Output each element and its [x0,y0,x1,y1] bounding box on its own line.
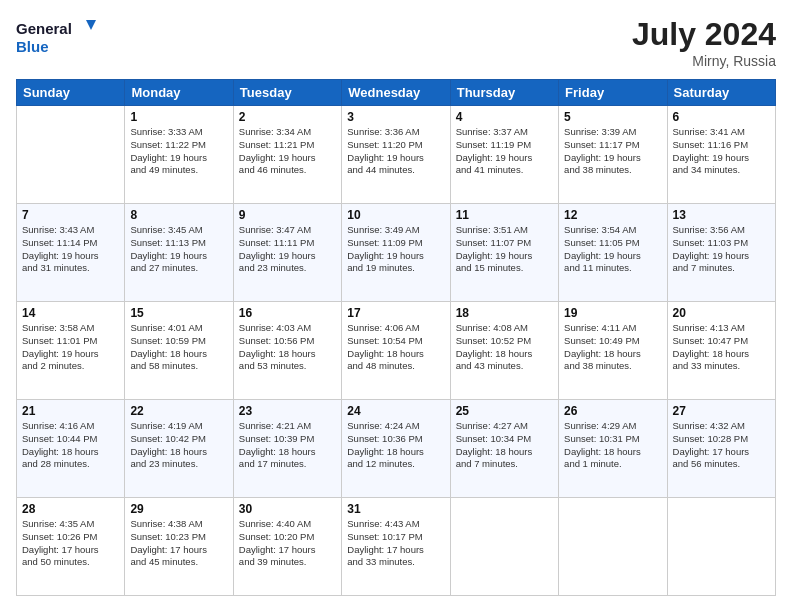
calendar-cell [559,498,667,596]
day-number: 21 [22,404,119,418]
day-info: Sunrise: 4:35 AMSunset: 10:26 PMDaylight… [22,518,119,569]
day-number: 19 [564,306,661,320]
svg-text:General: General [16,20,72,37]
calendar-cell: 7Sunrise: 3:43 AMSunset: 11:14 PMDayligh… [17,204,125,302]
day-info: Sunrise: 4:11 AMSunset: 10:49 PMDaylight… [564,322,661,373]
day-info: Sunrise: 4:16 AMSunset: 10:44 PMDaylight… [22,420,119,471]
day-info: Sunrise: 3:56 AMSunset: 11:03 PMDaylight… [673,224,770,275]
day-info: Sunrise: 4:08 AMSunset: 10:52 PMDaylight… [456,322,553,373]
day-info: Sunrise: 3:33 AMSunset: 11:22 PMDaylight… [130,126,227,177]
logo-svg: General Blue [16,16,96,60]
day-info: Sunrise: 3:34 AMSunset: 11:21 PMDaylight… [239,126,336,177]
day-info: Sunrise: 3:58 AMSunset: 11:01 PMDaylight… [22,322,119,373]
location: Mirny, Russia [632,53,776,69]
week-row-3: 14Sunrise: 3:58 AMSunset: 11:01 PMDaylig… [17,302,776,400]
calendar-cell: 20Sunrise: 4:13 AMSunset: 10:47 PMDaylig… [667,302,775,400]
week-row-4: 21Sunrise: 4:16 AMSunset: 10:44 PMDaylig… [17,400,776,498]
day-number: 9 [239,208,336,222]
col-monday: Monday [125,80,233,106]
day-info: Sunrise: 3:45 AMSunset: 11:13 PMDaylight… [130,224,227,275]
day-info: Sunrise: 4:40 AMSunset: 10:20 PMDaylight… [239,518,336,569]
col-sunday: Sunday [17,80,125,106]
logo: General Blue [16,16,96,60]
day-info: Sunrise: 3:37 AMSunset: 11:19 PMDaylight… [456,126,553,177]
day-number: 3 [347,110,444,124]
col-saturday: Saturday [667,80,775,106]
calendar-cell [17,106,125,204]
day-number: 29 [130,502,227,516]
day-number: 8 [130,208,227,222]
day-number: 5 [564,110,661,124]
day-info: Sunrise: 4:13 AMSunset: 10:47 PMDaylight… [673,322,770,373]
col-tuesday: Tuesday [233,80,341,106]
calendar-cell: 19Sunrise: 4:11 AMSunset: 10:49 PMDaylig… [559,302,667,400]
title-block: July 2024 Mirny, Russia [632,16,776,69]
calendar-cell: 23Sunrise: 4:21 AMSunset: 10:39 PMDaylig… [233,400,341,498]
day-number: 18 [456,306,553,320]
day-info: Sunrise: 4:24 AMSunset: 10:36 PMDaylight… [347,420,444,471]
day-info: Sunrise: 4:21 AMSunset: 10:39 PMDaylight… [239,420,336,471]
day-number: 31 [347,502,444,516]
col-wednesday: Wednesday [342,80,450,106]
calendar-page: General Blue July 2024 Mirny, Russia Sun… [0,0,792,612]
calendar-cell: 30Sunrise: 4:40 AMSunset: 10:20 PMDaylig… [233,498,341,596]
day-number: 14 [22,306,119,320]
month-year: July 2024 [632,16,776,53]
day-number: 20 [673,306,770,320]
calendar-cell: 16Sunrise: 4:03 AMSunset: 10:56 PMDaylig… [233,302,341,400]
day-info: Sunrise: 3:54 AMSunset: 11:05 PMDaylight… [564,224,661,275]
day-info: Sunrise: 4:38 AMSunset: 10:23 PMDaylight… [130,518,227,569]
calendar-cell: 11Sunrise: 3:51 AMSunset: 11:07 PMDaylig… [450,204,558,302]
day-info: Sunrise: 3:36 AMSunset: 11:20 PMDaylight… [347,126,444,177]
calendar-cell [667,498,775,596]
week-row-5: 28Sunrise: 4:35 AMSunset: 10:26 PMDaylig… [17,498,776,596]
calendar-cell: 8Sunrise: 3:45 AMSunset: 11:13 PMDayligh… [125,204,233,302]
day-number: 15 [130,306,227,320]
day-info: Sunrise: 3:41 AMSunset: 11:16 PMDaylight… [673,126,770,177]
calendar-cell: 15Sunrise: 4:01 AMSunset: 10:59 PMDaylig… [125,302,233,400]
day-number: 28 [22,502,119,516]
day-info: Sunrise: 4:27 AMSunset: 10:34 PMDaylight… [456,420,553,471]
calendar-cell: 2Sunrise: 3:34 AMSunset: 11:21 PMDayligh… [233,106,341,204]
svg-marker-2 [86,20,96,30]
day-number: 1 [130,110,227,124]
day-info: Sunrise: 4:29 AMSunset: 10:31 PMDaylight… [564,420,661,471]
day-number: 13 [673,208,770,222]
day-number: 30 [239,502,336,516]
calendar-cell: 13Sunrise: 3:56 AMSunset: 11:03 PMDaylig… [667,204,775,302]
day-info: Sunrise: 3:51 AMSunset: 11:07 PMDaylight… [456,224,553,275]
col-thursday: Thursday [450,80,558,106]
week-row-2: 7Sunrise: 3:43 AMSunset: 11:14 PMDayligh… [17,204,776,302]
day-number: 2 [239,110,336,124]
calendar-cell: 21Sunrise: 4:16 AMSunset: 10:44 PMDaylig… [17,400,125,498]
day-info: Sunrise: 3:43 AMSunset: 11:14 PMDaylight… [22,224,119,275]
day-info: Sunrise: 4:19 AMSunset: 10:42 PMDaylight… [130,420,227,471]
calendar-cell: 29Sunrise: 4:38 AMSunset: 10:23 PMDaylig… [125,498,233,596]
day-number: 27 [673,404,770,418]
day-number: 11 [456,208,553,222]
day-number: 6 [673,110,770,124]
col-friday: Friday [559,80,667,106]
calendar-cell: 24Sunrise: 4:24 AMSunset: 10:36 PMDaylig… [342,400,450,498]
day-number: 22 [130,404,227,418]
calendar-cell: 18Sunrise: 4:08 AMSunset: 10:52 PMDaylig… [450,302,558,400]
calendar-cell: 1Sunrise: 3:33 AMSunset: 11:22 PMDayligh… [125,106,233,204]
calendar-cell: 5Sunrise: 3:39 AMSunset: 11:17 PMDayligh… [559,106,667,204]
day-info: Sunrise: 4:43 AMSunset: 10:17 PMDaylight… [347,518,444,569]
header: General Blue July 2024 Mirny, Russia [16,16,776,69]
day-info: Sunrise: 4:32 AMSunset: 10:28 PMDaylight… [673,420,770,471]
calendar-cell [450,498,558,596]
calendar-cell: 25Sunrise: 4:27 AMSunset: 10:34 PMDaylig… [450,400,558,498]
day-info: Sunrise: 3:47 AMSunset: 11:11 PMDaylight… [239,224,336,275]
calendar-cell: 6Sunrise: 3:41 AMSunset: 11:16 PMDayligh… [667,106,775,204]
calendar-cell: 27Sunrise: 4:32 AMSunset: 10:28 PMDaylig… [667,400,775,498]
svg-text:Blue: Blue [16,38,49,55]
calendar-cell: 26Sunrise: 4:29 AMSunset: 10:31 PMDaylig… [559,400,667,498]
calendar-cell: 28Sunrise: 4:35 AMSunset: 10:26 PMDaylig… [17,498,125,596]
calendar-cell: 12Sunrise: 3:54 AMSunset: 11:05 PMDaylig… [559,204,667,302]
calendar-cell: 22Sunrise: 4:19 AMSunset: 10:42 PMDaylig… [125,400,233,498]
calendar-cell: 10Sunrise: 3:49 AMSunset: 11:09 PMDaylig… [342,204,450,302]
calendar-cell: 3Sunrise: 3:36 AMSunset: 11:20 PMDayligh… [342,106,450,204]
day-number: 25 [456,404,553,418]
day-info: Sunrise: 3:39 AMSunset: 11:17 PMDaylight… [564,126,661,177]
